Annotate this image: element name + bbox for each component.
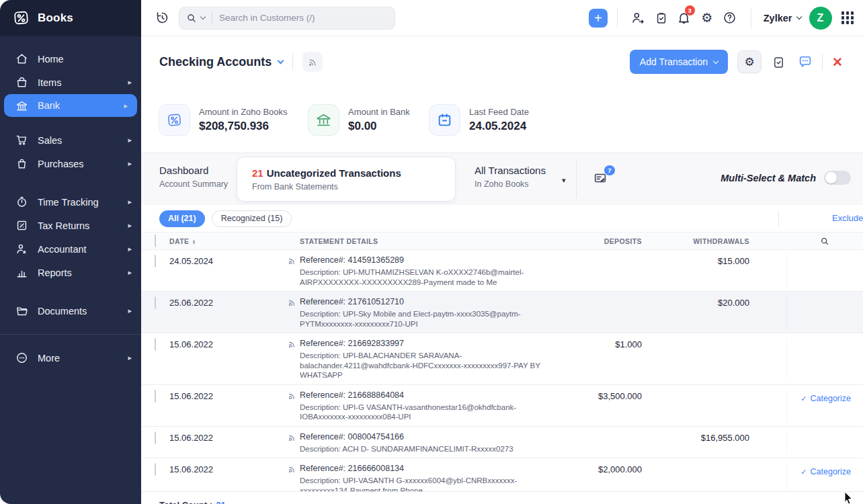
description-label: Description: — [300, 351, 341, 360]
deposit-amount — [585, 297, 679, 298]
chevron-down-icon — [713, 58, 718, 63]
deposit-amount: $3,500.000 — [585, 390, 679, 401]
tasks-clipboard-icon[interactable] — [768, 52, 788, 72]
help-icon[interactable] — [718, 8, 741, 28]
feed-rss-icon — [288, 255, 300, 265]
tab-dropdown-caret-icon[interactable]: ▾ — [562, 176, 566, 185]
home-icon — [15, 52, 28, 65]
close-icon[interactable]: ✕ — [828, 52, 847, 71]
feeds-rss-icon[interactable] — [302, 52, 323, 72]
row-checkbox[interactable] — [155, 463, 156, 476]
accountant-icon — [15, 243, 28, 255]
sidebar-item-label: Home — [38, 54, 64, 65]
chevron-down-icon — [278, 57, 284, 64]
sidebar-item-bank[interactable]: Bank ▸ — [4, 94, 137, 117]
purchases-icon — [15, 157, 28, 170]
zoho-books-logo-icon — [12, 9, 30, 27]
tab-uncategorized-transactions[interactable]: 21Uncategorized Transactions From Bank S… — [237, 157, 456, 202]
sidebar-item-label: Accountant — [38, 244, 87, 255]
referral-users-icon[interactable] — [627, 8, 650, 28]
quick-create-button[interactable]: + — [589, 9, 608, 28]
table-row[interactable]: 24.05.2024 Reference#: 414591365289 Desc… — [141, 250, 863, 292]
row-checkbox[interactable] — [155, 338, 156, 351]
sidebar-item-time-tracking[interactable]: Time Tracking ▸ — [0, 190, 141, 214]
sidebar-item-reports[interactable]: Reports ▸ — [0, 261, 141, 284]
categorize-link[interactable]: ✓Categorize — [800, 394, 851, 403]
sidebar-item-sales[interactable]: Sales ▸ — [0, 128, 141, 152]
select-all-checkbox[interactable] — [155, 235, 156, 247]
total-count: Total Count :21 — [159, 500, 226, 504]
chevron-right-icon: ▸ — [128, 245, 132, 253]
reports-icon — [15, 266, 28, 279]
chevron-right-icon: ▸ — [128, 268, 132, 277]
add-transaction-button[interactable]: Add Transaction — [630, 50, 728, 74]
topbar-main: Search in Customers (/) + 3 ⚙ — [141, 0, 863, 36]
bank-building-icon — [308, 104, 339, 136]
sort-icon: ▲▼ — [192, 239, 196, 245]
account-selector[interactable]: Checking Accounts — [159, 55, 283, 69]
sidebar-item-label: Time Tracking — [38, 197, 99, 208]
row-checkbox[interactable] — [155, 255, 156, 267]
row-checkbox[interactable] — [155, 431, 156, 444]
table-search-icon[interactable] — [786, 237, 863, 246]
tabs-divider — [576, 160, 577, 198]
global-search-input[interactable]: Search in Customers (/) — [179, 7, 395, 30]
statement-details: Reference#: 008004754166 Description: AC… — [300, 432, 585, 454]
check-icon: ✓ — [800, 394, 807, 403]
notifications-bell-icon[interactable]: 3 — [673, 8, 696, 28]
filter-recognized[interactable]: Recognized (15) — [212, 210, 292, 227]
multi-select-toggle[interactable] — [824, 171, 851, 185]
deposit-amount — [585, 255, 679, 256]
topbar: Books Search in Customers (/) + — [0, 0, 863, 36]
brand-name: Books — [38, 11, 73, 25]
tab-all-transactions[interactable]: All Transactions In Zoho Books — [475, 165, 546, 189]
sidebar-item-accountant[interactable]: Accountant ▸ — [0, 237, 141, 261]
table-row[interactable]: 15.06.2022 Reference#: 008004754166 Desc… — [141, 427, 863, 459]
bank-rules-icon[interactable]: 7 — [593, 171, 610, 188]
sidebar-item-purchases[interactable]: Purchases ▸ — [0, 152, 141, 175]
transaction-date: 15.06.2022 — [169, 464, 288, 474]
org-name: Zylker — [764, 13, 792, 24]
row-action-cell — [786, 297, 863, 329]
transaction-date: 15.06.2022 — [169, 390, 288, 401]
sidebar-item-home[interactable]: Home — [0, 47, 141, 71]
sidebar-item-more[interactable]: More ▸ — [0, 346, 141, 370]
settings-gear-icon[interactable]: ⚙ — [696, 8, 718, 28]
filter-all[interactable]: All (21) — [159, 210, 205, 227]
calendar-icon — [429, 104, 460, 136]
documents-icon — [15, 304, 28, 317]
sidebar-item-documents[interactable]: Documents ▸ — [0, 299, 141, 323]
recent-history-icon[interactable] — [153, 9, 171, 27]
description-label: Description: — [300, 445, 341, 453]
tab-dashboard[interactable]: Dashboard Account Summary — [159, 165, 228, 189]
categorize-link[interactable]: ✓Categorize — [800, 467, 851, 476]
search-icon — [186, 13, 197, 24]
header-divider — [822, 54, 823, 70]
transaction-date: 25.06.2022 — [169, 297, 288, 308]
row-checkbox[interactable] — [155, 390, 156, 403]
description-label: Description: — [300, 476, 341, 485]
sidebar-item-tax-returns[interactable]: Tax Returns ▸ — [0, 214, 141, 237]
rules-count-badge: 7 — [604, 165, 615, 175]
search-scope-caret-icon[interactable] — [200, 14, 206, 19]
feed-rss-icon — [288, 339, 300, 349]
org-selector[interactable]: Zylker — [764, 13, 801, 24]
subscription-clipboard-icon[interactable] — [650, 8, 673, 28]
row-action-cell: ✓Categorize — [786, 390, 863, 422]
statement-details: Reference#: 216692833997 Description: UP… — [300, 339, 585, 380]
column-date[interactable]: DATE▲▼ — [169, 237, 288, 245]
table-row[interactable]: 15.06.2022 Reference#: 216692833997 Desc… — [141, 333, 863, 385]
filter-excluded[interactable]: Excluded — [832, 213, 863, 223]
user-avatar[interactable]: Z — [809, 7, 832, 30]
deposit-amount — [585, 432, 679, 433]
total-count-value[interactable]: 21 — [216, 500, 225, 504]
sidebar-item-items[interactable]: Items ▸ — [0, 71, 141, 94]
table-row[interactable]: 25.06.2022 Reference#: 217610512710 Desc… — [141, 292, 863, 333]
account-settings-gear-icon[interactable]: ⚙ — [737, 50, 762, 73]
table-row[interactable]: 15.06.2022 Reference#: 216688864084 Desc… — [141, 385, 863, 427]
chevron-right-icon: ▸ — [124, 101, 128, 110]
withdrawal-amount: $20.000 — [679, 297, 786, 308]
apps-grid-icon[interactable] — [841, 11, 854, 24]
row-checkbox[interactable] — [155, 296, 156, 309]
comments-icon[interactable] — [795, 52, 815, 72]
